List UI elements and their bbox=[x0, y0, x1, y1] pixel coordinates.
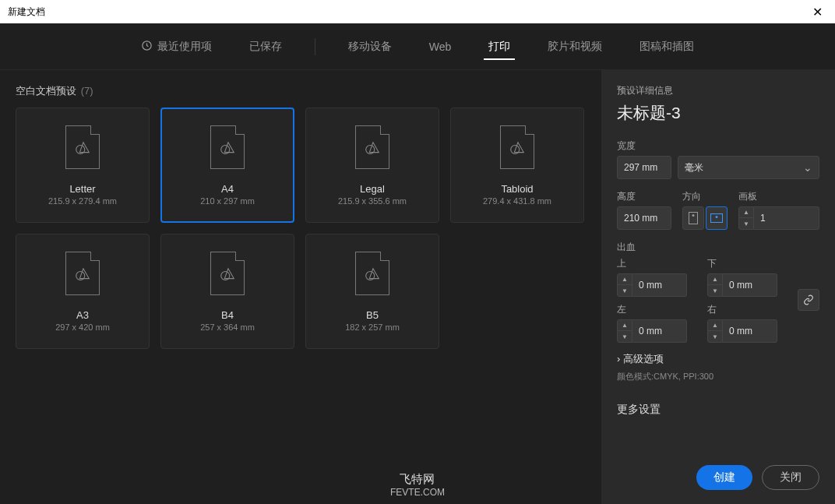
preset-grid: Letter215.9 x 279.4 mmA4210 x 297 mmLega… bbox=[16, 107, 586, 349]
bleed-bottom-label: 下 bbox=[707, 257, 790, 270]
tab-label: 移动设备 bbox=[348, 40, 392, 54]
document-icon bbox=[210, 252, 245, 295]
presets-panel: 空白文档预设 (7) Letter215.9 x 279.4 mmA4210 x… bbox=[0, 70, 601, 504]
panel-heading: 预设详细信息 bbox=[617, 84, 819, 97]
bleed-bottom-input[interactable] bbox=[723, 273, 777, 297]
tab-label: 打印 bbox=[488, 40, 510, 54]
step-down-icon: ▼ bbox=[739, 218, 753, 229]
artboard-stepper[interactable]: ▲▼ bbox=[738, 206, 754, 230]
orientation-portrait[interactable] bbox=[682, 206, 704, 230]
preset-card-letter[interactable]: Letter215.9 x 279.4 mm bbox=[16, 107, 150, 223]
document-icon bbox=[355, 252, 389, 295]
document-icon bbox=[355, 125, 389, 169]
orientation-label: 方向 bbox=[682, 190, 728, 203]
preset-dims: 215.9 x 279.4 mm bbox=[48, 196, 117, 206]
artboard-label: 画板 bbox=[738, 190, 819, 203]
preset-card-legal[interactable]: Legal215.9 x 355.6 mm bbox=[305, 107, 439, 223]
bleed-left-input[interactable] bbox=[632, 319, 687, 343]
artboard-input[interactable] bbox=[754, 206, 819, 230]
bleed-top-stepper[interactable]: ▲▼ bbox=[617, 273, 632, 297]
step-up-icon: ▲ bbox=[739, 207, 753, 218]
unit-select[interactable]: 毫米 bbox=[678, 156, 819, 179]
bleed-right-stepper[interactable]: ▲▼ bbox=[707, 319, 723, 343]
tab-label: 胶片和视频 bbox=[548, 40, 602, 54]
section-title: 空白文档预设 (7) bbox=[16, 84, 586, 98]
details-panel: 预设详细信息 未标题-3 宽度 毫米 高度 方向 bbox=[601, 70, 835, 504]
document-name[interactable]: 未标题-3 bbox=[617, 102, 819, 124]
more-settings[interactable]: 更多设置 bbox=[617, 403, 819, 417]
preset-name: Tabloid bbox=[501, 183, 533, 195]
height-label: 高度 bbox=[617, 190, 671, 203]
preset-dims: 182 x 257 mm bbox=[345, 322, 400, 332]
color-mode-info: 颜色模式:CMYK, PPI:300 bbox=[617, 371, 819, 382]
titlebar: 新建文档 ✕ bbox=[0, 0, 835, 23]
preset-name: B5 bbox=[366, 309, 379, 321]
tab-label: 图稿和插图 bbox=[639, 40, 694, 54]
tab-separator bbox=[315, 38, 315, 55]
tab-print[interactable]: 打印 bbox=[484, 26, 515, 68]
preset-dims: 279.4 x 431.8 mm bbox=[483, 196, 551, 206]
width-label: 宽度 bbox=[617, 139, 819, 153]
preset-card-tabloid[interactable]: Tabloid279.4 x 431.8 mm bbox=[450, 107, 584, 223]
create-button[interactable]: 创建 bbox=[696, 465, 752, 490]
category-tabs: 最近使用项 已保存 移动设备 Web 打印 胶片和视频 图稿和插图 bbox=[0, 23, 835, 70]
tab-recent[interactable]: 最近使用项 bbox=[136, 26, 217, 68]
bleed-bottom-stepper[interactable]: ▲▼ bbox=[707, 273, 723, 297]
width-input[interactable] bbox=[617, 156, 671, 179]
preset-name: Letter bbox=[69, 183, 95, 195]
preset-name: Legal bbox=[360, 183, 385, 195]
tab-label: Web bbox=[429, 41, 452, 53]
tab-web[interactable]: Web bbox=[425, 26, 456, 67]
preset-name: B4 bbox=[221, 309, 234, 321]
bleed-left-stepper[interactable]: ▲▼ bbox=[617, 319, 632, 343]
tab-label: 已保存 bbox=[249, 40, 282, 54]
document-icon bbox=[210, 125, 245, 169]
height-input[interactable] bbox=[617, 206, 671, 230]
document-icon bbox=[65, 125, 100, 169]
advanced-options[interactable]: 高级选项 bbox=[617, 352, 819, 366]
bleed-right-label: 右 bbox=[707, 303, 790, 316]
window-title: 新建文档 bbox=[8, 5, 45, 19]
tab-film[interactable]: 胶片和视频 bbox=[543, 26, 607, 68]
preset-dims: 215.9 x 355.6 mm bbox=[338, 196, 407, 206]
orientation-landscape[interactable] bbox=[706, 206, 728, 230]
tab-saved[interactable]: 已保存 bbox=[245, 26, 287, 68]
preset-card-b4[interactable]: B4257 x 364 mm bbox=[160, 234, 294, 349]
bleed-label: 出血 bbox=[617, 241, 819, 254]
preset-name: A3 bbox=[76, 309, 89, 321]
tab-label: 最近使用项 bbox=[157, 40, 212, 54]
bleed-left-label: 左 bbox=[617, 303, 699, 316]
document-icon bbox=[65, 252, 100, 295]
link-bleed-icon[interactable] bbox=[798, 289, 819, 311]
preset-card-a4[interactable]: A4210 x 297 mm bbox=[160, 107, 294, 223]
preset-card-b5[interactable]: B5182 x 257 mm bbox=[305, 234, 439, 349]
bleed-right-input[interactable] bbox=[723, 319, 777, 343]
preset-dims: 210 x 297 mm bbox=[200, 196, 255, 206]
preset-name: A4 bbox=[221, 183, 234, 195]
preset-dims: 257 x 364 mm bbox=[200, 322, 255, 332]
close-button[interactable]: 关闭 bbox=[762, 465, 819, 490]
document-icon bbox=[500, 125, 534, 169]
tab-art[interactable]: 图稿和插图 bbox=[635, 26, 699, 68]
bleed-top-label: 上 bbox=[617, 257, 699, 270]
tab-mobile[interactable]: 移动设备 bbox=[344, 26, 396, 68]
preset-dims: 297 x 420 mm bbox=[55, 322, 110, 332]
bleed-top-input[interactable] bbox=[632, 273, 687, 297]
preset-card-a3[interactable]: A3297 x 420 mm bbox=[16, 234, 150, 349]
close-icon[interactable]: ✕ bbox=[808, 5, 827, 19]
clock-icon bbox=[141, 40, 153, 54]
